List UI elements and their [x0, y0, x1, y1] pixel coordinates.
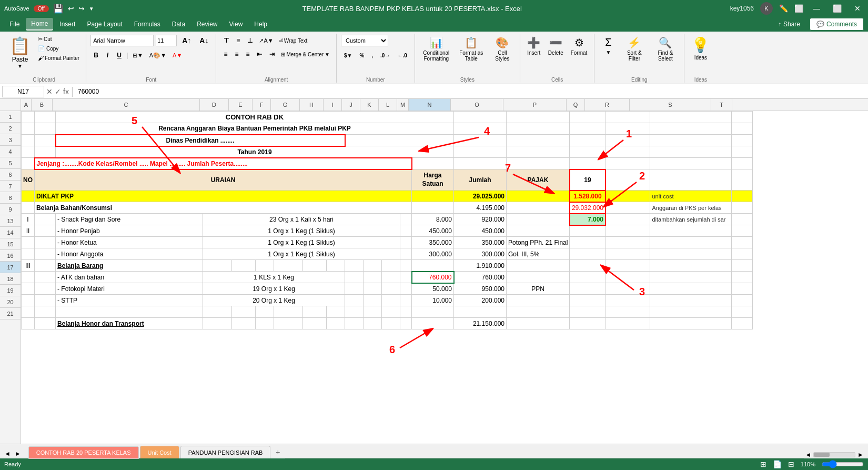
cell-a17[interactable] — [22, 272, 35, 283]
cell-c15[interactable]: - Honor Anggota — [56, 248, 203, 260]
cell-r15[interactable] — [605, 248, 650, 260]
cell-s18[interactable] — [650, 283, 732, 295]
cell-c21[interactable]: Belanja Honor dan Transport — [56, 318, 203, 329]
cut-button[interactable]: ✂ Cut — [36, 35, 82, 44]
cell-p16[interactable] — [507, 260, 570, 272]
cell-a2[interactable] — [22, 123, 35, 135]
cell-l19[interactable] — [382, 295, 400, 306]
menu-help[interactable]: Help — [249, 18, 272, 30]
cell-s5[interactable] — [650, 158, 732, 169]
cell-b19[interactable] — [35, 295, 56, 306]
col-header-h[interactable]: H — [300, 99, 324, 111]
cell-p3[interactable] — [507, 135, 570, 146]
cell-n21[interactable] — [412, 318, 454, 329]
cell-f16[interactable] — [256, 260, 274, 272]
row-num-6[interactable]: 6 — [0, 169, 21, 181]
cell-n9[interactable]: 8.000 — [412, 214, 454, 225]
cell-k18[interactable] — [364, 283, 382, 295]
col-header-o[interactable]: O — [451, 99, 503, 111]
cell-p21[interactable] — [507, 318, 570, 329]
insert-button[interactable]: ➕ Insert — [524, 35, 543, 57]
cell-b6[interactable]: URAIAN — [35, 169, 412, 191]
cell-s19[interactable] — [650, 295, 732, 306]
col-header-n[interactable]: N — [409, 99, 451, 111]
col-header-i[interactable]: I — [324, 99, 342, 111]
align-center-btn[interactable]: ≡ — [231, 48, 241, 60]
find-select-button[interactable]: 🔍 Find & Select — [651, 35, 680, 63]
cell-m16[interactable] — [400, 260, 412, 272]
cell-t8[interactable] — [732, 202, 753, 214]
cell-s3[interactable] — [650, 135, 732, 146]
cell-o3[interactable] — [454, 135, 507, 146]
accounting-btn[interactable]: $▼ — [341, 49, 355, 61]
col-header-c[interactable]: C — [53, 99, 200, 111]
cell-d17[interactable]: 1 KLS x 1 Keg — [203, 272, 345, 283]
cell-q5[interactable] — [570, 158, 605, 169]
cell-n7[interactable] — [412, 191, 454, 202]
cell-q3[interactable] — [570, 135, 605, 146]
copy-button[interactable]: 📄 Copy — [36, 44, 82, 53]
cell-f21[interactable] — [256, 318, 274, 329]
cell-m17[interactable] — [400, 272, 412, 283]
cell-t4[interactable] — [732, 146, 753, 158]
border-btn[interactable]: ⊞▼ — [130, 51, 145, 60]
cell-d21[interactable] — [203, 318, 232, 329]
cell-a8[interactable] — [22, 202, 35, 214]
col-header-m[interactable]: M — [397, 99, 409, 111]
cell-d13[interactable]: 1 Org x 1 Keg (1 Siklus) — [203, 225, 400, 237]
cell-b18[interactable] — [35, 283, 56, 295]
row-num-7[interactable]: 7 — [0, 181, 21, 192]
cell-o17[interactable]: 760.000 — [454, 272, 507, 283]
cell-a6[interactable]: NO — [22, 169, 35, 191]
cell-i21[interactable] — [327, 318, 345, 329]
cell-m15[interactable] — [400, 248, 412, 260]
bold-button[interactable]: B — [90, 49, 102, 61]
format-as-table-button[interactable]: 📋 Format as Table — [456, 35, 487, 63]
font-increase-btn[interactable]: A↑ — [179, 35, 194, 46]
cell-o9[interactable]: 920.000 — [454, 214, 507, 225]
cell-s8[interactable]: Anggaran di PKS per kelas — [650, 202, 732, 214]
cell-i16[interactable] — [327, 260, 345, 272]
cell-r1[interactable] — [605, 112, 650, 123]
col-header-f[interactable]: F — [253, 99, 271, 111]
cell-h16[interactable] — [303, 260, 327, 272]
row-num-1[interactable]: 1 — [0, 111, 21, 123]
cell-a20[interactable] — [22, 306, 35, 318]
cell-m14[interactable] — [400, 237, 412, 248]
paste-button[interactable]: 📋 Paste ▼ — [6, 35, 34, 70]
cell-k19[interactable] — [364, 295, 382, 306]
cell-a9[interactable]: I — [22, 214, 35, 225]
col-header-g[interactable]: G — [271, 99, 300, 111]
cell-t7[interactable] — [732, 191, 753, 202]
cell-q13[interactable] — [570, 225, 605, 237]
cell-b2[interactable] — [35, 123, 56, 135]
cell-q16[interactable] — [570, 260, 605, 272]
text-direction-btn[interactable]: ↗A▼ — [257, 36, 275, 45]
cell-r6[interactable] — [605, 169, 650, 191]
cell-s17[interactable] — [650, 272, 732, 283]
cell-t2[interactable] — [732, 123, 753, 135]
cell-i20[interactable] — [327, 306, 345, 318]
cell-c19[interactable]: - STTP — [56, 295, 203, 306]
decrease-decimal-btn[interactable]: ←.0 — [394, 49, 410, 61]
col-header-l[interactable]: L — [379, 99, 397, 111]
cell-q19[interactable] — [570, 295, 605, 306]
font-color-btn[interactable]: A▼ — [170, 51, 184, 59]
cell-r21[interactable] — [605, 318, 650, 329]
cell-k21[interactable] — [364, 318, 382, 329]
menu-formulas[interactable]: Formulas — [129, 18, 166, 30]
cell-t14[interactable] — [732, 237, 753, 248]
cell-q9[interactable]: 7.000 — [570, 214, 605, 225]
cell-q15[interactable] — [570, 248, 605, 260]
conditional-formatting-button[interactable]: 📊 Conditional Formatting — [419, 35, 453, 63]
cell-b13[interactable] — [35, 225, 56, 237]
cell-a18[interactable] — [22, 283, 35, 295]
col-header-a[interactable]: A — [21, 99, 32, 111]
font-size-input[interactable] — [156, 35, 177, 46]
col-header-d[interactable]: D — [200, 99, 229, 111]
view-normal-btn[interactable]: ⊞ — [760, 460, 766, 468]
cell-q2[interactable] — [570, 123, 605, 135]
cell-m20[interactable] — [400, 306, 412, 318]
decrease-indent-btn[interactable]: ⇤ — [254, 48, 265, 60]
cell-q6[interactable]: 19 — [570, 169, 605, 191]
